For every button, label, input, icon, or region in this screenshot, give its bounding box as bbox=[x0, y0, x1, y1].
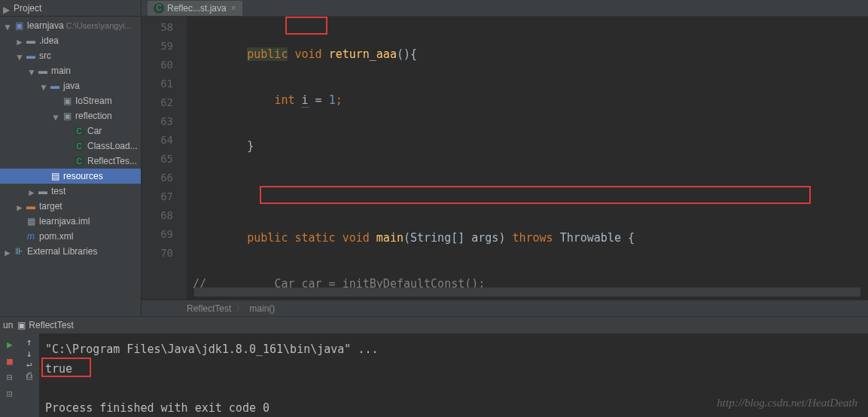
project-tree: ▼ ▣ learnjava C:\Users\yangyi... ► ▬ .id… bbox=[0, 17, 141, 259]
tree-label: reflection bbox=[75, 111, 112, 121]
code-line-59[interactable]: int i = 1; bbox=[187, 91, 868, 110]
folder-icon: ▬ bbox=[38, 186, 48, 196]
run-header[interactable]: un ▣ ReflectTest bbox=[0, 317, 868, 333]
tree-item-src[interactable]: ▼ ▬ src bbox=[0, 48, 141, 63]
chevron-icon: ▼ bbox=[39, 82, 47, 90]
tree-item-iml[interactable]: ▦ learnjava.iml bbox=[0, 214, 141, 229]
pin-icon[interactable]: ⊡ bbox=[2, 386, 17, 401]
tree-item-target[interactable]: ► ▬ target bbox=[0, 199, 141, 214]
class-icon: C bbox=[74, 141, 84, 151]
sidebar-title: Project bbox=[14, 3, 41, 14]
line-number: 66 bbox=[142, 169, 173, 187]
rerun-icon[interactable]: ▶ bbox=[2, 336, 17, 352]
run-config-name[interactable]: ReflectTest bbox=[29, 320, 73, 330]
tree-item-java[interactable]: ▼ ▬ java bbox=[0, 78, 141, 93]
editor-body[interactable]: 58 59 60 61 62 63 64 65 66 67 68 69 70 p… bbox=[142, 17, 868, 300]
code-line-62[interactable]: public static void main(String[] args) t… bbox=[187, 229, 868, 248]
gutter: 58 59 60 61 62 63 64 65 66 67 68 69 70 bbox=[142, 17, 187, 300]
tree-item-main[interactable]: ▼ ▬ main bbox=[0, 63, 141, 78]
maven-icon: m bbox=[26, 231, 36, 242]
line-number: 68 bbox=[142, 206, 173, 225]
tree-label: main bbox=[51, 65, 71, 76]
tree-item-iostream[interactable]: ▣ IoStream bbox=[0, 93, 141, 108]
code-content[interactable]: public void return_aaa(){ int i = 1; } p… bbox=[187, 17, 868, 300]
breadcrumb-class[interactable]: ReflectTest bbox=[187, 303, 231, 314]
tree-label: IoStream bbox=[75, 96, 112, 106]
tree-item-reflecttest[interactable]: C ReflectTes... bbox=[0, 154, 141, 169]
tree-label: src bbox=[39, 50, 51, 61]
wrap-icon[interactable]: ↩ bbox=[26, 359, 32, 370]
folder-icon: ▬ bbox=[26, 201, 36, 212]
tree-label: learnjava.iml bbox=[39, 216, 90, 227]
chevron-icon: ▶ bbox=[3, 5, 11, 12]
code-line-58[interactable]: public void return_aaa(){ bbox=[187, 45, 868, 64]
chevron-icon bbox=[63, 142, 71, 150]
chevron-down-icon: ▼ bbox=[3, 22, 11, 29]
line-number: 60 bbox=[142, 56, 173, 75]
chevron-icon bbox=[15, 218, 23, 225]
h-scrollbar[interactable] bbox=[193, 288, 862, 297]
breadcrumb[interactable]: ReflectTest 〉 main() bbox=[142, 300, 868, 316]
project-root[interactable]: ▼ ▣ learnjava C:\Users\yangyi... bbox=[0, 18, 141, 33]
chevron-icon bbox=[51, 97, 59, 105]
file-icon: ▦ bbox=[26, 216, 36, 227]
breadcrumb-method[interactable]: main() bbox=[249, 303, 275, 314]
line-number: 65 bbox=[142, 150, 173, 169]
chevron-icon bbox=[63, 127, 71, 135]
tree-label: test bbox=[51, 186, 65, 196]
line-number: 59 bbox=[142, 37, 173, 56]
project-sidebar: ▶ Project ▼ ▣ learnjava C:\Users\yangyi.… bbox=[0, 0, 142, 316]
folder-icon: ▬ bbox=[50, 81, 60, 91]
print-icon[interactable]: ⎙ bbox=[26, 370, 32, 382]
chevron-icon bbox=[39, 172, 47, 180]
tree-item-idea[interactable]: ► ▬ .idea bbox=[0, 33, 141, 48]
line-number: 67 bbox=[142, 187, 173, 206]
close-icon[interactable]: × bbox=[231, 3, 236, 14]
line-number: 58 bbox=[142, 18, 173, 37]
package-icon: ▣ bbox=[62, 111, 72, 121]
watermark: http://blog.csdn.net/HeatDeath bbox=[717, 397, 857, 409]
sidebar-header[interactable]: ▶ Project bbox=[0, 0, 141, 17]
run-config-icon: ▣ bbox=[17, 320, 26, 330]
chevron-icon: ▼ bbox=[51, 112, 59, 120]
package-icon: ▣ bbox=[62, 96, 72, 106]
run-toolbar-inner: ↑ ↓ ↩ ⎙ bbox=[20, 333, 39, 417]
tree-item-test[interactable]: ► ▬ test bbox=[0, 184, 141, 199]
line-number: 70 bbox=[142, 244, 173, 263]
console-line-cmd: "C:\Program Files\Java\jdk1.8.0_161\bin\… bbox=[45, 339, 862, 359]
library-icon: ⊪ bbox=[14, 246, 24, 257]
tree-label: Car bbox=[87, 126, 102, 136]
stop-icon[interactable]: ■ bbox=[2, 353, 17, 368]
tree-label: ReflectTes... bbox=[87, 156, 137, 166]
tree-item-external-libs[interactable]: ► ⊪ External Libraries bbox=[0, 244, 141, 259]
down-icon[interactable]: ↓ bbox=[26, 348, 32, 359]
tree-label: resources bbox=[63, 171, 103, 181]
highlight-box-void bbox=[285, 17, 327, 35]
chevron-icon bbox=[63, 157, 71, 165]
line-number: 64 bbox=[142, 131, 173, 150]
tree-item-classload[interactable]: C ClassLoad... bbox=[0, 138, 141, 154]
code-line-60[interactable]: } bbox=[187, 137, 868, 156]
layout-icon[interactable]: ⊟ bbox=[2, 370, 17, 385]
run-tab-prefix: un bbox=[3, 320, 13, 330]
class-icon: C bbox=[74, 156, 84, 166]
tree-item-pom[interactable]: m pom.xml bbox=[0, 229, 141, 244]
project-name: learnjava bbox=[27, 20, 64, 31]
resources-icon: ▤ bbox=[50, 171, 60, 181]
line-number: 69 bbox=[142, 225, 173, 244]
tree-label: External Libraries bbox=[27, 246, 97, 257]
console-line-blank bbox=[45, 379, 862, 398]
folder-icon: ▬ bbox=[38, 65, 48, 76]
project-path: C:\Users\yangyi... bbox=[64, 21, 132, 30]
tree-item-car[interactable]: C Car bbox=[0, 123, 141, 138]
code-line-61[interactable] bbox=[187, 183, 868, 202]
tree-item-resources[interactable]: ▤ resources bbox=[0, 169, 141, 184]
tab-bar: C Reflec...st.java × bbox=[142, 0, 868, 17]
editor-tab-reflecttest[interactable]: C Reflec...st.java × bbox=[148, 1, 242, 16]
tab-label: Reflec...st.java bbox=[167, 3, 227, 14]
chevron-icon: ► bbox=[15, 202, 23, 210]
tree-label: target bbox=[39, 201, 62, 212]
tree-item-reflection[interactable]: ▼ ▣ reflection bbox=[0, 108, 141, 123]
class-icon: C bbox=[74, 126, 84, 136]
up-icon[interactable]: ↑ bbox=[26, 336, 32, 348]
